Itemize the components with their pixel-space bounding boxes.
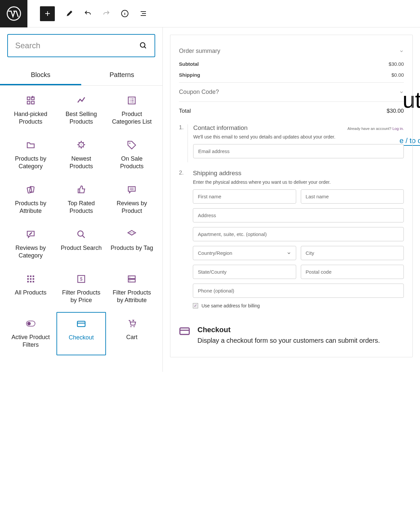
- svg-rect-18: [27, 281, 29, 283]
- subtotal-row: Subtotal $30.00: [179, 59, 404, 69]
- block-active-filters[interactable]: Active Product Filters: [6, 312, 55, 355]
- block-description: Checkout Display a checkout form so your…: [179, 326, 404, 345]
- block-reviews-by-category[interactable]: Reviews by Category: [6, 223, 55, 266]
- desc-text: Display a checkout form so your customer…: [197, 336, 380, 345]
- block-label: Products by Attribute: [8, 200, 53, 215]
- svg-rect-23: [128, 276, 135, 279]
- svg-rect-16: [30, 278, 31, 280]
- first-name-field[interactable]: First name: [193, 189, 296, 204]
- chevron-down-icon: [399, 49, 404, 54]
- blocks-grid: Hand-picked Products Best Selling Produc…: [0, 86, 162, 359]
- block-all-products[interactable]: All Products: [6, 267, 55, 311]
- postal-field[interactable]: Postal code: [301, 265, 404, 279]
- block-filter-by-attribute[interactable]: Filter Products by Attribute: [107, 267, 157, 311]
- block-top-rated[interactable]: Top Rated Products: [56, 178, 106, 221]
- block-label: Checkout: [69, 334, 94, 341]
- cart-icon: [127, 319, 136, 328]
- search-icon: [139, 42, 147, 50]
- svg-point-28: [27, 322, 31, 326]
- list-box-icon: [127, 96, 136, 105]
- block-label: Newest Products: [59, 155, 103, 170]
- block-label: All Products: [15, 289, 47, 296]
- same-address-checkbox[interactable]: ✓ Use same address for billing: [193, 303, 404, 308]
- order-summary-toggle[interactable]: Order summary: [179, 44, 404, 59]
- subtotal-label: Subtotal: [179, 61, 199, 67]
- tag-icon: [127, 140, 136, 150]
- block-products-by-tag[interactable]: Products by Tag: [107, 223, 157, 266]
- total-label: Total: [179, 108, 191, 114]
- folder-icon: [26, 140, 35, 150]
- search-input[interactable]: [15, 41, 139, 50]
- last-name-field[interactable]: Last name: [301, 189, 404, 204]
- step-desc: Enter the physical address where you wan…: [193, 179, 404, 185]
- add-block-button[interactable]: [40, 6, 55, 21]
- search-field[interactable]: [7, 34, 155, 57]
- step-shipping: 2. Shipping address Enter the physical a…: [179, 170, 404, 312]
- edit-tool[interactable]: [65, 10, 73, 18]
- list-icon: [139, 9, 147, 18]
- pencil-icon: [65, 10, 73, 18]
- tag-more-icon: [127, 230, 136, 239]
- editor-topbar: [0, 0, 420, 27]
- chevron-down-icon: [399, 90, 404, 95]
- block-products-by-category[interactable]: Products by Category: [6, 134, 55, 177]
- svg-rect-24: [128, 279, 135, 282]
- block-newest-products[interactable]: !Newest Products: [56, 134, 106, 177]
- svg-rect-13: [30, 276, 31, 277]
- svg-point-9: [130, 232, 130, 233]
- coupon-toggle[interactable]: Coupon Code?: [179, 85, 404, 99]
- block-checkout[interactable]: Checkout: [56, 312, 106, 355]
- block-categories-list[interactable]: Product Categories List: [107, 89, 157, 132]
- block-best-selling[interactable]: Best Selling Products: [56, 89, 106, 132]
- price-box-icon: $: [77, 274, 86, 284]
- desc-title: Checkout: [197, 326, 380, 334]
- svg-point-5: [129, 142, 131, 144]
- grid-9-icon: [26, 274, 35, 284]
- phone-field[interactable]: Phone (optional): [193, 284, 404, 298]
- redo-button[interactable]: [102, 10, 110, 18]
- divider: [179, 101, 404, 102]
- block-cart[interactable]: Cart: [107, 312, 157, 355]
- address-field[interactable]: Address: [193, 208, 404, 222]
- block-product-search[interactable]: Product Search: [56, 223, 106, 266]
- magnify-icon: [77, 230, 86, 239]
- svg-rect-12: [27, 276, 29, 277]
- step-contact: 1. Contact information Already have an a…: [179, 124, 404, 162]
- step-title: Contact information: [193, 124, 248, 132]
- block-reviews-by-product[interactable]: Reviews by Product: [107, 178, 157, 221]
- block-label: Active Product Filters: [8, 333, 53, 348]
- block-label: Best Selling Products: [59, 110, 103, 125]
- block-label: Product Categories List: [110, 110, 154, 125]
- login-link[interactable]: Log in.: [392, 127, 404, 131]
- outline-button[interactable]: [139, 10, 147, 18]
- order-summary-label: Order summary: [179, 48, 220, 55]
- info-button[interactable]: [121, 10, 129, 18]
- email-field[interactable]: Email address: [193, 144, 404, 158]
- block-inserter-panel: Blocks Patterns Hand-picked Products Bes…: [0, 27, 163, 372]
- block-filter-by-price[interactable]: $Filter Products by Price: [56, 267, 106, 311]
- state-field[interactable]: State/County: [193, 265, 296, 279]
- block-products-by-attribute[interactable]: Products by Attribute: [6, 178, 55, 221]
- block-on-sale[interactable]: On Sale Products: [107, 134, 157, 177]
- block-label: Hand-picked Products: [8, 110, 53, 125]
- comment-lines-icon: [127, 185, 136, 194]
- svg-point-30: [130, 326, 132, 328]
- info-icon: [121, 9, 129, 18]
- city-field[interactable]: City: [301, 246, 404, 260]
- block-label: Products by Tag: [111, 244, 153, 252]
- apartment-field[interactable]: Apartment, suite, etc. (optional): [193, 227, 404, 241]
- country-select[interactable]: Country/Region: [193, 246, 296, 260]
- block-label: Product Search: [61, 244, 102, 252]
- svg-rect-14: [32, 276, 34, 277]
- block-hand-picked-products[interactable]: Hand-picked Products: [6, 89, 55, 132]
- wordpress-logo[interactable]: [0, 0, 27, 27]
- undo-icon: [84, 9, 92, 18]
- undo-button[interactable]: [84, 10, 92, 18]
- block-label: Products by Category: [8, 155, 53, 170]
- tab-patterns[interactable]: Patterns: [81, 66, 162, 85]
- same-address-label: Use same address for billing: [201, 303, 260, 308]
- shipping-row: Shipping $0.00: [179, 69, 404, 80]
- tab-blocks[interactable]: Blocks: [0, 66, 81, 85]
- wordpress-icon: [7, 6, 21, 21]
- svg-rect-19: [30, 281, 31, 283]
